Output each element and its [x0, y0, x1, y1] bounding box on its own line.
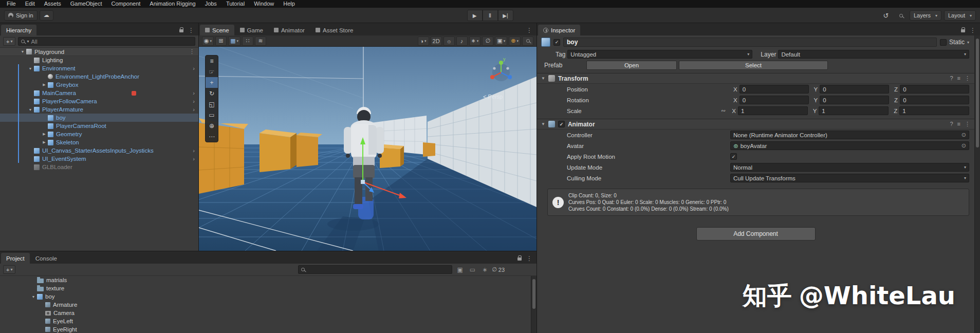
search-by-type-button[interactable]: ▣	[455, 266, 465, 273]
layers-dropdown[interactable]: Layers ▾	[910, 10, 941, 21]
rotation-z-field[interactable]: 0	[900, 96, 969, 104]
project-item-matrials[interactable]: matrials	[0, 276, 537, 284]
project-item-eyeright[interactable]: EyeRight	[0, 325, 537, 333]
hidden-packages-count[interactable]: ∅ 23	[492, 266, 505, 273]
search-by-label-button[interactable]: ▭	[468, 266, 477, 273]
expand-arrow[interactable]: ▼	[27, 67, 34, 70]
scene-menu-kebab[interactable]: ⋮	[524, 27, 534, 34]
scene-audio-toggle[interactable]: ♪	[456, 36, 468, 46]
kebab-icon[interactable]: ⋮	[965, 75, 970, 82]
menu-component[interactable]: Component	[106, 0, 145, 8]
project-menu-kebab[interactable]: ⋮	[524, 255, 534, 262]
hierarchy-menu-kebab[interactable]: ⋮	[186, 27, 196, 34]
object-picker-icon[interactable]: ⊙	[961, 132, 966, 138]
project-item-armature[interactable]: Armature	[0, 301, 537, 309]
static-checkbox[interactable]	[940, 39, 947, 46]
lock-icon[interactable]	[179, 29, 183, 32]
scene-lighting-toggle[interactable]: ☼	[443, 36, 455, 46]
expand-arrow[interactable]: ▼	[19, 50, 26, 53]
presets-icon[interactable]: ≡	[957, 121, 960, 127]
help-icon[interactable]: ?	[950, 121, 953, 127]
prefab-open-arrow[interactable]: ›	[193, 147, 195, 154]
move-tool[interactable]: +	[206, 77, 218, 88]
expand-arrow[interactable]: ▼	[30, 295, 37, 299]
hierarchy-item-geometry[interactable]: ▶ Geometry	[0, 130, 198, 138]
project-item-eyeleft[interactable]: EyeLeft	[0, 317, 537, 325]
save-search-button[interactable]: ∗	[480, 266, 489, 273]
tag-dropdown[interactable]: Untagged ▾	[567, 50, 752, 59]
culling-mode-dropdown[interactable]: Cull Update Transforms ▾	[730, 174, 969, 182]
layer-dropdown[interactable]: Default ▾	[778, 50, 969, 59]
rotation-x-field[interactable]: 0	[739, 96, 809, 104]
rotation-y-field[interactable]: 0	[820, 96, 889, 104]
menu-edit[interactable]: Edit	[21, 0, 40, 8]
position-y-field[interactable]: 0	[820, 85, 889, 94]
view-hand-tool[interactable]: ☞	[206, 66, 218, 77]
menu-window[interactable]: Window	[249, 0, 279, 8]
grid-snap-button[interactable]: ⊞	[215, 36, 227, 46]
hierarchy-item-lighting[interactable]: Lighting	[0, 56, 198, 64]
menu-help[interactable]: Help	[279, 0, 300, 8]
create-asset-button[interactable]: + ▾	[3, 265, 15, 274]
hierarchy-item-boy-selected[interactable]: boy	[0, 114, 198, 122]
hidden-objects-toggle[interactable]: ∅	[482, 36, 493, 46]
more-tools-button[interactable]: ⋯	[206, 131, 218, 142]
menu-tutorial[interactable]: Tutorial	[221, 0, 249, 8]
hierarchy-item-skeleton[interactable]: ▶ Skeleton	[0, 138, 198, 146]
project-item-boy[interactable]: ▼ boy	[0, 292, 537, 301]
kebab-icon[interactable]: ⋮	[965, 121, 970, 127]
camera-settings-dropdown[interactable]: ▣▾	[495, 36, 507, 46]
search-button[interactable]	[895, 10, 907, 21]
scale-y-field[interactable]: 1	[819, 106, 889, 115]
project-item-camera[interactable]: Camera	[0, 309, 537, 317]
play-button[interactable]: ▶	[467, 10, 483, 21]
prefab-open-arrow[interactable]: ›	[193, 90, 195, 96]
prefab-select-button[interactable]: Select	[679, 61, 828, 70]
prefab-open-arrow[interactable]: ›	[193, 106, 195, 113]
constrain-proportions-icon[interactable]: ∾	[721, 107, 726, 114]
scene-search-button[interactable]	[522, 36, 533, 46]
position-z-field[interactable]: 0	[900, 85, 969, 94]
expand-arrow[interactable]: ▼	[541, 76, 545, 81]
tab-asset-store[interactable]: Asset Store	[310, 25, 358, 35]
add-component-button[interactable]: Add Component	[696, 227, 816, 240]
project-search-input[interactable]	[298, 265, 452, 274]
prefab-open-arrow[interactable]: ›	[193, 156, 195, 162]
perspective-label[interactable]: < Persp	[483, 94, 503, 100]
scene-viewport[interactable]: ≡ ☞ + ↻ ◱ ▭ ⊕ ⋯	[199, 47, 537, 251]
expand-arrow[interactable]: ▼	[541, 122, 545, 126]
step-button[interactable]: ▶|	[498, 10, 513, 21]
hierarchy-item-playerarmature[interactable]: ▼ PlayerArmature ›	[0, 105, 198, 114]
menu-jobs[interactable]: Jobs	[200, 0, 221, 8]
effects-dropdown[interactable]: ∗▾	[469, 36, 481, 46]
scale-tool[interactable]: ◱	[206, 99, 218, 109]
snap-increment-button[interactable]: ∷	[242, 36, 253, 46]
hierarchy-item-playercameraroot[interactable]: PlayerCameraRoot	[0, 122, 198, 130]
rotate-tool[interactable]: ↻	[206, 88, 218, 99]
transform-tool[interactable]: ⊕	[206, 120, 218, 131]
animator-enabled-checkbox[interactable]	[558, 121, 565, 127]
hierarchy-item-greybox[interactable]: ▶ Greybox	[0, 81, 198, 89]
grid-visibility-dropdown[interactable]: ▦▾	[228, 36, 241, 46]
position-x-field[interactable]: 0	[739, 85, 809, 94]
prefab-open-arrow[interactable]: ›	[193, 65, 195, 71]
kebab-icon[interactable]: ⋮	[189, 48, 195, 55]
tab-project[interactable]: Project	[1, 253, 30, 264]
gizmos-dropdown[interactable]: ⊕▾	[509, 36, 521, 46]
layout-dropdown[interactable]: Layout ▾	[944, 10, 976, 21]
scrollbar-thumb[interactable]	[976, 39, 979, 147]
2d-toggle-button[interactable]: 2D	[431, 36, 442, 46]
update-mode-dropdown[interactable]: Normal ▾	[730, 163, 969, 172]
inspector-menu-kebab[interactable]: ⋮	[968, 27, 978, 34]
avatar-object-field[interactable]: ⊛ boyAvatar ⊙	[730, 141, 969, 150]
expand-arrow[interactable]: ▶	[41, 132, 48, 136]
hierarchy-item-environment-lightprobeanchor[interactable]: Environment_LightProbeAnchor	[0, 72, 198, 81]
hierarchy-item-glbloader[interactable]: GLBLoader	[0, 163, 198, 171]
hierarchy-item-playerfollowcamera[interactable]: PlayerFollowCamera ›	[0, 97, 198, 105]
tab-animator[interactable]: Animator	[269, 25, 310, 35]
overlay-menu-button[interactable]: ≡	[206, 55, 218, 66]
tab-hierarchy[interactable]: Hierarchy	[1, 25, 36, 35]
expand-arrow[interactable]: ▼	[27, 108, 34, 112]
hierarchy-item-environment[interactable]: ▼ Environment ›	[0, 64, 198, 72]
gameobject-name-field[interactable]: boy	[563, 38, 937, 47]
